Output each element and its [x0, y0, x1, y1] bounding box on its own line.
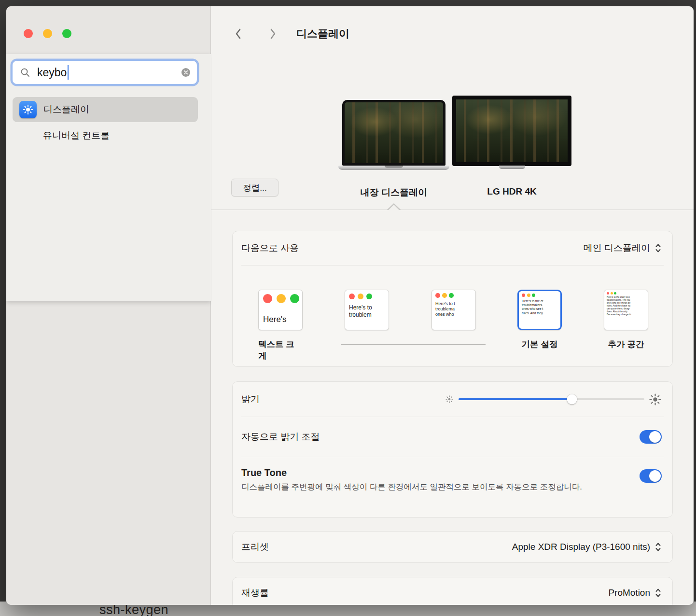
scale-preview: Here's to troublem: [345, 290, 389, 330]
brightness-low-icon: [445, 394, 454, 404]
mini-traffic-lights-icon: [345, 290, 389, 299]
refresh-rate-dropdown[interactable]: ProMotion: [608, 588, 662, 598]
use-as-dropdown[interactable]: 메인 디스플레이: [584, 242, 662, 254]
search-result-label: 유니버설 컨트롤: [13, 129, 110, 142]
scale-caption: 텍스트 크게: [258, 338, 303, 349]
scale-preview: Here's to t troublema ones who: [432, 290, 476, 330]
section-divider: [211, 210, 694, 210]
preset-value: Apple XDR Display (P3-1600 nits): [512, 542, 650, 552]
scaling-option-larger-text[interactable]: Here's 텍스트 크게: [258, 290, 303, 349]
scale-preview-selected: Here's to the cr troublemakers. ones who…: [517, 290, 562, 330]
mini-traffic-lights-icon: [432, 290, 475, 298]
monitor-stand: [499, 166, 525, 169]
preset-card: 프리셋 Apple XDR Display (P3-1600 nits): [232, 531, 673, 563]
refresh-rate-value: ProMotion: [608, 588, 650, 598]
minimize-button[interactable]: [43, 29, 52, 38]
stepper-icon: [654, 243, 662, 253]
refresh-rate-row: 재생률 ProMotion: [233, 577, 672, 605]
refresh-rate-label: 재생률: [241, 587, 269, 599]
wallpaper-preview: [456, 99, 568, 162]
use-as-row: 다음으로 사용 메인 디스플레이: [233, 231, 672, 265]
window-controls: [24, 29, 71, 38]
preset-row: 프리셋 Apple XDR Display (P3-1600 nits): [233, 532, 672, 562]
back-button[interactable]: [230, 26, 246, 42]
brightness-high-icon: [649, 393, 662, 406]
stepper-icon: [654, 542, 662, 552]
auto-brightness-label: 자동으로 밝기 조절: [241, 431, 320, 443]
search-results-panel: keybo: [6, 54, 211, 301]
page-title: 디스플레이: [296, 27, 349, 41]
wallpaper-preview: [345, 102, 443, 163]
scale-preview: Here's to the crazy one troublemakers. T…: [604, 290, 648, 330]
search-result-label: 디스플레이: [43, 103, 89, 116]
arrange-displays-button[interactable]: 정렬...: [231, 179, 278, 196]
resolution-card: 다음으로 사용 메인 디스플레이 Here's 텍스트 크게: [232, 231, 673, 367]
mini-traffic-lights-icon: [604, 290, 648, 294]
search-result-universal-control[interactable]: 유니버설 컨트롤: [13, 124, 198, 148]
scaling-option-2[interactable]: Here's to troublem: [345, 290, 389, 349]
display-name-builtin: 내장 디스플레이: [338, 186, 449, 199]
zoom-button[interactable]: [62, 29, 71, 38]
refresh-rate-card: 재생률 ProMotion: [232, 577, 673, 605]
scaling-options: Here's 텍스트 크게 Here's to troublem: [233, 266, 672, 367]
mini-traffic-lights-icon: [259, 290, 302, 303]
clear-search-button[interactable]: [181, 67, 191, 78]
display-thumb-external[interactable]: [452, 96, 571, 169]
text-cursor: [68, 65, 69, 80]
brightness-fill: [459, 398, 572, 400]
true-tone-toggle[interactable]: [640, 469, 662, 483]
brightness-card: 밝기: [232, 381, 673, 518]
scale-caption: 기본 설정: [522, 338, 558, 349]
scaling-option-more-space[interactable]: Here's to the crazy one troublemakers. T…: [604, 290, 648, 349]
display-thumb-builtin[interactable]: [338, 100, 449, 170]
laptop-base: [338, 166, 449, 170]
scaling-option-default[interactable]: Here's to the cr troublemakers. ones who…: [517, 290, 562, 349]
true-tone-description: 디스플레이를 주변광에 맞춰 색상이 다른 환경에서도 일관적으로 보이도록 자…: [241, 480, 582, 494]
true-tone-row: True Tone 디스플레이를 주변광에 맞춰 색상이 다른 환경에서도 일관…: [233, 457, 672, 518]
use-as-label: 다음으로 사용: [241, 242, 299, 254]
stepper-icon: [654, 588, 662, 598]
preset-label: 프리셋: [241, 541, 269, 553]
brightness-row: 밝기: [233, 382, 672, 417]
display-name-external: LG HDR 4K: [452, 186, 571, 197]
search-result-display[interactable]: 디스플레이: [13, 97, 198, 122]
auto-brightness-row: 자동으로 밝기 조절: [233, 417, 672, 457]
display-settings-pane: 디스플레이 정렬... 내장 디스플레이 LG HDR 4K 다음으로 사용: [211, 6, 694, 605]
sidebar: keybo: [6, 6, 211, 605]
display-settings-icon: [19, 101, 37, 118]
selected-display-pointer: [387, 203, 401, 210]
scaling-option-3[interactable]: Here's to t troublema ones who: [432, 290, 476, 349]
brightness-track[interactable]: [459, 398, 644, 400]
search-icon: [20, 67, 30, 78]
monitor-screen: [452, 96, 571, 166]
brightness-label: 밝기: [241, 393, 260, 406]
search-value: keybo: [37, 66, 67, 79]
use-as-value: 메인 디스플레이: [584, 242, 650, 254]
auto-brightness-toggle[interactable]: [640, 430, 662, 444]
preset-dropdown[interactable]: Apple XDR Display (P3-1600 nits): [512, 542, 662, 552]
forward-button[interactable]: [264, 26, 281, 42]
laptop-screen: [342, 100, 445, 166]
true-tone-label: True Tone: [241, 467, 582, 478]
brightness-knob[interactable]: [567, 394, 577, 405]
brightness-slider: [445, 393, 662, 406]
scale-preview: Here's: [258, 290, 303, 330]
search-input[interactable]: keybo: [12, 60, 197, 84]
settings-window: keybo: [6, 6, 694, 605]
mini-traffic-lights-icon: [519, 291, 560, 297]
scale-caption: 추가 공간: [608, 338, 644, 349]
close-button[interactable]: [24, 29, 33, 38]
